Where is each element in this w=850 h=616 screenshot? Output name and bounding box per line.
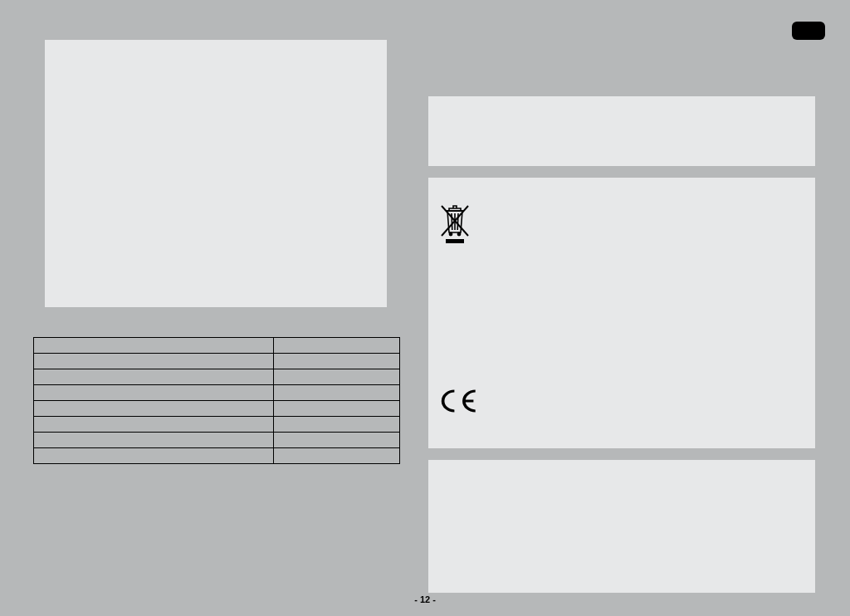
table-row: [34, 448, 400, 464]
spec-label: [34, 433, 274, 448]
spec-value: [274, 354, 400, 369]
document-page: - 12 -: [0, 0, 850, 616]
table-row: [34, 338, 400, 354]
table-row: [34, 417, 400, 433]
table-row: [34, 354, 400, 369]
table-row: [34, 433, 400, 448]
spec-value: [274, 417, 400, 433]
spec-label: [34, 417, 274, 433]
svg-rect-4: [446, 239, 464, 243]
info-box-middle: [428, 178, 815, 448]
table-row: [34, 401, 400, 417]
language-tab: [792, 22, 825, 40]
spec-value: [274, 433, 400, 448]
spec-value: [274, 448, 400, 464]
svg-point-1: [457, 232, 460, 235]
spec-tbody: [34, 338, 400, 464]
right-column: [428, 96, 815, 593]
page-number: - 12 -: [0, 594, 850, 604]
specifications-table: [33, 337, 400, 464]
spec-value: [274, 385, 400, 401]
weee-bin-icon: [440, 204, 470, 249]
svg-point-0: [449, 232, 452, 235]
spec-value: [274, 369, 400, 385]
spec-value: [274, 338, 400, 354]
spec-value: [274, 401, 400, 417]
table-row: [34, 369, 400, 385]
table-row: [34, 385, 400, 401]
figure-placeholder: [45, 40, 387, 307]
spec-label: [34, 448, 274, 464]
info-box-top: [428, 96, 815, 166]
ce-mark-icon: [437, 389, 480, 413]
spec-label: [34, 354, 274, 369]
spec-label: [34, 385, 274, 401]
spec-label: [34, 369, 274, 385]
info-box-bottom: [428, 460, 815, 593]
spec-label: [34, 338, 274, 354]
spec-label: [34, 401, 274, 417]
